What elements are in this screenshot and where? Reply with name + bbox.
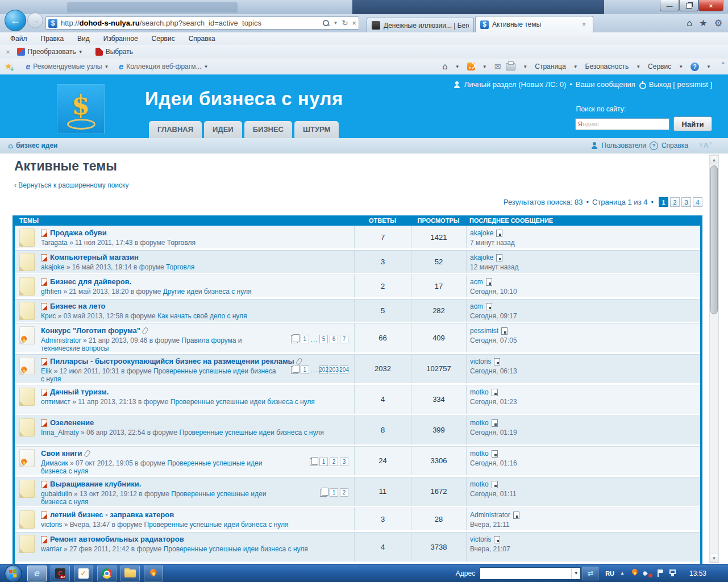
vertical-scrollbar[interactable]: ▲ ▼ [709, 155, 719, 563]
tools-menu[interactable]: Сервис [648, 63, 671, 70]
convert-dropdown-icon[interactable]: ▼ [78, 49, 83, 55]
topic-page-link[interactable]: 6 [330, 335, 338, 343]
home-icon[interactable]: ⌂ [687, 18, 692, 28]
action-center-flag-icon[interactable] [657, 569, 664, 577]
dropdown-icon[interactable]: ▼ [203, 64, 208, 69]
taskbar-flame-app-icon[interactable] [144, 566, 163, 581]
taskbar-app-icon[interactable]: ✓ [74, 566, 93, 581]
topic-author-link[interactable]: Administrator [41, 336, 81, 344]
dropdown-icon[interactable]: ▼ [573, 64, 578, 69]
back-button[interactable]: ← [5, 10, 26, 31]
more-toolbars-icon[interactable]: » [721, 60, 725, 66]
favorites-star-icon[interactable]: ★ [699, 18, 707, 28]
last-post-author-link[interactable]: motko [470, 388, 489, 396]
dropdown-icon[interactable]: ▼ [679, 64, 683, 69]
topic-title-link[interactable]: Бизнес на лето [50, 302, 106, 311]
goto-last-post-icon[interactable] [492, 419, 498, 427]
close-toolbar-icon[interactable]: × [6, 48, 10, 56]
forum-link[interactable]: Торговля [166, 263, 194, 271]
home-icon[interactable]: ⌂ [442, 61, 448, 72]
last-post-author-link[interactable]: victoris [470, 535, 491, 543]
logout-link[interactable]: Выход [ pessimist ] [649, 80, 712, 89]
users-link[interactable]: Пользователи [602, 142, 646, 149]
goto-last-post-icon[interactable] [494, 536, 500, 543]
goto-last-post-icon[interactable] [501, 327, 507, 335]
goto-last-post-icon[interactable] [492, 481, 498, 488]
goto-last-post-icon[interactable] [486, 278, 492, 286]
taskbar-chrome-icon[interactable] [97, 566, 117, 581]
close-button[interactable]: × [698, 0, 723, 11]
convert-button[interactable]: Преобразовать [28, 48, 76, 56]
last-post-author-link[interactable]: acm [470, 278, 483, 286]
address-dropdown-icon[interactable]: ▼ [334, 20, 338, 26]
nav-tab-ideas[interactable]: ИДЕИ [204, 121, 242, 138]
address-toolbar-input[interactable]: ▼ [480, 567, 581, 580]
back-to-search-link[interactable]: ‹ Вернуться к расширенному поиску [14, 181, 128, 189]
results-page-link[interactable]: 3 [681, 197, 691, 207]
taskbar-clock[interactable]: 13:53 [689, 569, 706, 577]
forum-link[interactable]: Как начать своё дело с нуля [157, 312, 247, 320]
topic-page-link[interactable]: 1 [301, 365, 309, 374]
refresh-icon[interactable]: ↻ [342, 19, 348, 27]
topic-page-link[interactable]: 203 [330, 365, 338, 374]
stop-icon[interactable]: × [352, 19, 356, 27]
topic-author-link[interactable]: victoris [41, 521, 62, 529]
site-search-input[interactable]: Яндекс [575, 118, 669, 130]
topic-page-link[interactable]: 2 [340, 488, 348, 497]
site-logo[interactable]: $ [57, 84, 105, 134]
goto-last-post-icon[interactable] [496, 254, 502, 261]
topic-title-link[interactable]: Пилларсы - быстроокупающийся бизнес на р… [50, 357, 294, 366]
page-menu[interactable]: Страница [535, 63, 565, 70]
last-post-author-link[interactable]: Administrator [470, 511, 510, 519]
topic-title-link[interactable]: Конкурс "Логотип форума" [41, 326, 140, 335]
menu-tools[interactable]: Сервис [152, 35, 175, 43]
goto-last-post-icon[interactable] [492, 389, 498, 396]
taskbar-ie-icon[interactable]: e [27, 566, 47, 581]
topic-author-link[interactable]: Taragata [41, 239, 68, 247]
last-post-author-link[interactable]: pessimist [470, 327, 498, 335]
dropdown-icon[interactable]: ▼ [636, 64, 640, 69]
last-post-author-link[interactable]: motko [470, 480, 489, 488]
forum-link[interactable]: Проверенные успешные идеи бизнеса с нуля [144, 521, 289, 529]
topic-title-link[interactable]: Бизнес для дайверов. [50, 277, 131, 286]
scrollbar-thumb[interactable] [710, 165, 718, 314]
forum-link[interactable]: Проверенные успешные идеи бизнеса с нуля [170, 398, 315, 406]
combo-dropdown-icon[interactable]: ▼ [571, 568, 580, 579]
topic-title-link[interactable]: летний бизнес - заправка катеров [50, 510, 174, 519]
menu-view[interactable]: Вид [77, 35, 90, 43]
site-search-button[interactable]: Найти [673, 117, 712, 131]
topic-title-link[interactable]: Дачный туризм. [50, 388, 109, 397]
last-post-author-link[interactable]: motko [470, 450, 489, 458]
last-post-author-link[interactable]: motko [470, 419, 489, 427]
topic-author-link[interactable]: Elik [41, 367, 52, 375]
topic-author-link[interactable]: gubaidulin [41, 490, 72, 498]
dropdown-icon[interactable]: ▼ [706, 64, 711, 69]
results-page-link[interactable]: 4 [693, 197, 702, 207]
topic-author-link[interactable]: оптимист [41, 398, 70, 406]
topic-page-link[interactable]: 2 [330, 458, 338, 466]
favorite-web-slices[interactable]: Коллекция веб-фрагм... [126, 63, 201, 70]
font-size-widget[interactable]: vA^ [700, 141, 712, 149]
start-button[interactable] [5, 565, 22, 582]
forum-link[interactable]: Торговля [167, 239, 195, 247]
tab-active[interactable]: $ Активные темы × [475, 16, 593, 32]
show-hidden-icons[interactable]: ▲ [620, 571, 625, 576]
your-messages-link[interactable]: Ваши сообщения [576, 80, 635, 89]
results-page-link[interactable]: 1 [659, 197, 668, 207]
topic-page-link[interactable]: 1 [330, 488, 338, 497]
favorite-suggested-sites[interactable]: Рекомендуемые узлы [33, 63, 102, 70]
menu-edit[interactable]: Правка [41, 35, 64, 43]
network-icon[interactable] [669, 569, 678, 577]
taskbar-explorer-icon[interactable] [120, 566, 140, 581]
nav-tab-storm[interactable]: ШТУРМ [294, 121, 339, 138]
topic-page-link[interactable]: 204 [340, 365, 348, 374]
goto-last-post-icon[interactable] [492, 450, 498, 458]
last-post-author-link[interactable]: akajoke [470, 253, 493, 261]
taskbar-app-icon[interactable]: C [51, 566, 70, 581]
mail-icon[interactable]: ✉ [494, 62, 501, 71]
dropdown-icon[interactable]: ▼ [455, 64, 460, 69]
topic-title-link[interactable]: Озеленение [50, 418, 94, 427]
last-post-author-link[interactable]: akajoke [470, 229, 493, 237]
language-indicator[interactable]: RU [605, 570, 614, 577]
print-icon[interactable] [506, 63, 515, 70]
